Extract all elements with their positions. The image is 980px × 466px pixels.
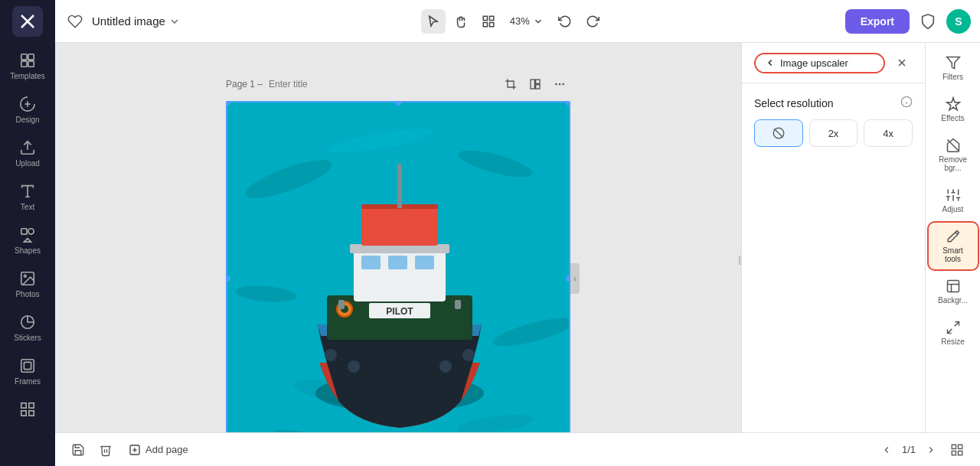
redo-button[interactable] xyxy=(580,9,605,34)
sidebar-item-shapes[interactable]: Shapes xyxy=(3,220,52,261)
svg-rect-1 xyxy=(28,54,34,60)
svg-point-28 xyxy=(562,83,564,86)
right-panel: Filters Effects Removebgr... xyxy=(925,43,980,466)
right-panel-item-filters[interactable]: Filters xyxy=(929,49,978,87)
delete-button[interactable] xyxy=(95,439,116,461)
properties-panel: Image upscaler Select resolution xyxy=(741,43,925,466)
undo-button[interactable] xyxy=(553,9,577,34)
sidebar-item-text-label: Text xyxy=(21,203,34,211)
right-panel-item-remove-bg[interactable]: Removebgr... xyxy=(929,132,978,178)
sidebar-item-upload[interactable]: Upload xyxy=(3,133,52,174)
right-panel-item-background[interactable]: Backgr... xyxy=(929,272,978,311)
zoom-button[interactable]: 43% xyxy=(504,12,550,30)
sidebar-item-design[interactable]: Design xyxy=(3,90,52,130)
sidebar-item-templates[interactable]: Templates xyxy=(3,46,52,86)
resolution-2x-button[interactable]: 2x xyxy=(809,119,858,147)
sidebar-item-frames-label: Frames xyxy=(15,377,41,386)
export-button[interactable]: Export xyxy=(845,9,910,34)
panel-content: Select resolution 2x xyxy=(742,83,925,159)
svg-marker-67 xyxy=(946,57,959,69)
frame-icon xyxy=(738,255,741,269)
svg-rect-78 xyxy=(947,281,959,292)
right-panel-item-smart-tools[interactable]: Smarttools xyxy=(929,223,978,269)
svg-line-68 xyxy=(947,140,959,152)
svg-point-56 xyxy=(439,360,452,373)
document-title[interactable]: Untitled image xyxy=(92,15,181,28)
sidebar-item-upload-label: Upload xyxy=(15,159,40,168)
svg-text:PILOT: PILOT xyxy=(386,306,413,317)
save-button[interactable] xyxy=(67,439,89,461)
svg-rect-20 xyxy=(489,16,493,20)
svg-rect-21 xyxy=(483,22,487,26)
section-title: Select resolution xyxy=(754,96,913,110)
right-panel-resize-label: Resize xyxy=(941,337,965,346)
svg-rect-17 xyxy=(21,411,26,415)
sidebar-item-stickers-label: Stickers xyxy=(14,334,41,342)
sidebar-item-stickers[interactable]: Stickers xyxy=(3,308,52,348)
top-bar: Untitled image 43% xyxy=(55,0,980,43)
sidebar-item-text[interactable]: Text xyxy=(3,177,52,217)
right-panel-smart-tools-label: Smarttools xyxy=(942,246,963,263)
svg-point-11 xyxy=(24,275,26,277)
resolution-none-button[interactable] xyxy=(754,119,803,147)
right-panel-item-effects[interactable]: Effects xyxy=(929,90,978,129)
add-page-button[interactable]: Add page xyxy=(122,441,194,459)
svg-rect-59 xyxy=(455,300,461,309)
page-navigation: 1/1 xyxy=(877,441,940,459)
svg-rect-86 xyxy=(952,451,956,455)
canvas-image: PILOT xyxy=(227,103,569,455)
document-icon xyxy=(64,11,86,32)
crop-button[interactable] xyxy=(500,73,521,95)
prev-page-button[interactable] xyxy=(877,441,896,459)
grid-view-button[interactable] xyxy=(476,9,501,34)
collapse-panel-handle[interactable]: ‹ xyxy=(570,263,580,294)
next-page-button[interactable] xyxy=(922,441,940,459)
svg-rect-25 xyxy=(536,85,540,89)
svg-rect-58 xyxy=(338,300,345,309)
svg-rect-0 xyxy=(21,54,27,60)
svg-rect-44 xyxy=(388,256,407,269)
svg-rect-3 xyxy=(28,61,34,67)
shield-icon[interactable] xyxy=(916,9,940,34)
svg-rect-84 xyxy=(952,445,956,448)
sidebar-item-frames[interactable]: Frames xyxy=(3,351,52,392)
sidebar-item-photos[interactable]: Photos xyxy=(3,264,52,305)
right-panel-item-resize[interactable]: Resize xyxy=(929,314,978,352)
svg-rect-15 xyxy=(21,403,26,408)
svg-rect-24 xyxy=(536,80,540,83)
svg-rect-16 xyxy=(29,403,34,408)
right-panel-background-label: Backgr... xyxy=(938,296,968,305)
svg-rect-45 xyxy=(415,256,434,269)
sidebar-item-templates-label: Templates xyxy=(10,72,45,80)
svg-point-55 xyxy=(348,360,360,373)
info-icon[interactable] xyxy=(900,96,913,110)
resolution-4x-button[interactable]: 4x xyxy=(864,119,913,147)
sidebar-item-more[interactable] xyxy=(3,395,52,424)
svg-rect-19 xyxy=(483,16,487,20)
right-panel-effects-label: Effects xyxy=(941,114,964,122)
toolbar-group-select: 43% xyxy=(421,9,605,34)
hand-tool-button[interactable] xyxy=(449,9,473,34)
page-label: Page 1 – xyxy=(226,79,263,90)
svg-point-57 xyxy=(462,349,475,361)
bottom-bar: Add page 1/1 xyxy=(55,432,980,466)
right-panel-adjust-label: Adjust xyxy=(942,205,964,213)
more-options-button[interactable] xyxy=(549,73,570,95)
right-panel-remove-bg-label: Removebgr... xyxy=(939,155,967,172)
right-panel-item-adjust[interactable]: Adjust xyxy=(929,181,978,220)
panel-close-button[interactable] xyxy=(891,52,913,73)
svg-point-54 xyxy=(325,349,337,361)
boat-svg: PILOT xyxy=(227,103,569,455)
select-tool-button[interactable] xyxy=(421,9,446,34)
canvas-frame[interactable]: PILOT xyxy=(226,101,570,456)
svg-rect-43 xyxy=(361,256,381,269)
back-to-smart-tools-button[interactable]: Image upscaler xyxy=(754,53,885,73)
pages-grid-button[interactable] xyxy=(946,439,968,461)
page-title-input[interactable] xyxy=(269,79,384,90)
avatar[interactable]: S xyxy=(946,9,971,34)
resize-handle-tr[interactable] xyxy=(566,101,570,106)
logo-button[interactable] xyxy=(12,6,43,37)
layout-button[interactable] xyxy=(524,73,546,95)
svg-rect-23 xyxy=(531,80,534,89)
svg-line-66 xyxy=(774,129,783,138)
